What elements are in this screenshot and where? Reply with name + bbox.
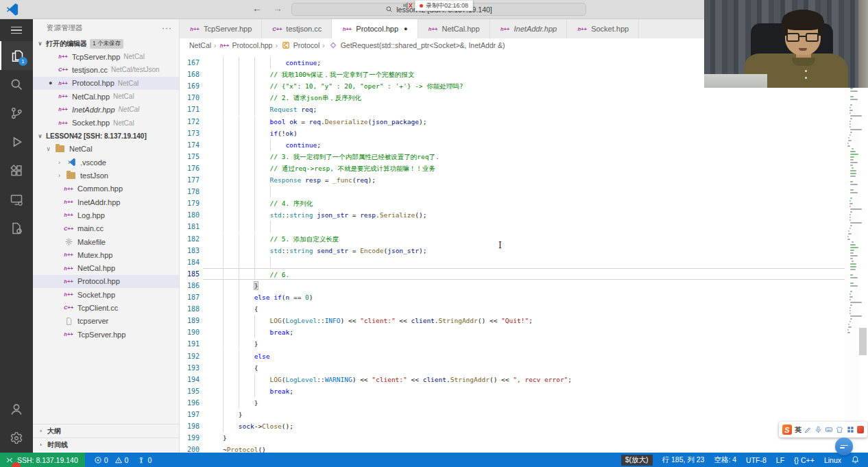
code-line[interactable]: ~Protocol() (203, 444, 845, 453)
open-editor-item[interactable]: h++Socket.hppNetCal (33, 116, 179, 129)
minimap[interactable] (845, 52, 860, 453)
tree-item[interactable]: h++Socket.hpp (33, 288, 179, 301)
breadcrumb-segment[interactable]: NetCal (189, 41, 211, 49)
tree-item[interactable]: h++InetAddr.hpp (33, 195, 179, 208)
tab-TcpServer.hpp[interactable]: h++TcpServer.hpp (180, 19, 262, 38)
activity-item-search[interactable] (0, 70, 33, 99)
forward-button[interactable]: → (273, 3, 282, 14)
open-editors-section-header[interactable]: ∨ 打开的编辑器 1 个未保存 (33, 37, 179, 50)
activity-item-menu[interactable] (0, 19, 33, 41)
tab-testjson.cc[interactable]: C++testjson.cc (262, 19, 332, 38)
code-line[interactable]: std::string send_str = Encode(json_str); (203, 245, 845, 256)
activity-item-extensions[interactable] (0, 156, 33, 185)
shirt-skin-icon[interactable] (836, 426, 843, 434)
activity-item-remote-explorer[interactable] (0, 185, 33, 214)
breadcrumb-segment[interactable]: GetRequest(std::shared_ptr<Socket>&, Ine… (328, 41, 505, 49)
code-line[interactable]: { (203, 303, 845, 315)
tree-item[interactable]: Makefile (33, 235, 179, 248)
workspace-section-header[interactable]: ∨ LESSON42 [SSH: 8.137.19.140] (33, 130, 179, 143)
activity-item-explorer[interactable]: 1 (0, 41, 33, 70)
tree-item[interactable]: ›.vscode (33, 156, 179, 169)
code-line[interactable]: } (203, 338, 845, 350)
code-line[interactable]: } (203, 397, 845, 409)
open-editor-item[interactable]: ●h++Protocol.hppNetCal (33, 77, 179, 90)
code-line[interactable]: // 5. 添加自定义长度 (203, 233, 845, 245)
tree-item[interactable]: ∨NetCal (33, 143, 179, 156)
code-line[interactable]: break; (203, 326, 845, 338)
code-line[interactable]: // 6. (203, 268, 845, 280)
tab-InetAddr.hpp[interactable]: h++InetAddr.hpp (490, 19, 568, 38)
tree-item[interactable]: tcpserver (33, 315, 179, 328)
code-line[interactable] (203, 221, 845, 232)
sogou-extra-icon[interactable] (857, 426, 864, 433)
sidebar-more-actions-button[interactable]: ··· (162, 23, 172, 33)
tree-item[interactable]: h++Mutex.hpp (33, 248, 179, 261)
code-line[interactable] (203, 256, 845, 268)
status-item[interactable]: 空格: 4 (714, 455, 736, 465)
open-editor-item[interactable]: h++NetCal.hppNetCal (33, 90, 179, 103)
open-editor-item[interactable]: C++testjson.ccNetCal/testJson (33, 63, 179, 76)
pen-icon[interactable] (804, 426, 812, 434)
tree-item[interactable]: C++TcpClient.cc (33, 301, 179, 314)
code-line[interactable]: LOG(LogLevel::INFO) << "client:" << clie… (203, 315, 845, 326)
breadcrumb-segment[interactable]: Protocol (280, 41, 320, 49)
code-line[interactable]: Response resp = _func(req); (203, 174, 845, 186)
status-item[interactable]: 行 185, 列 23 (662, 455, 705, 465)
code-line[interactable]: // 4. 序列化 (203, 197, 845, 209)
tree-item[interactable]: h++Common.hpp (33, 182, 179, 195)
code-line[interactable]: bool ok = req.Deserialize(json_package); (203, 116, 845, 128)
activity-item-source-control[interactable] (0, 99, 33, 128)
chat-bubble-button[interactable] (835, 438, 853, 455)
activity-item-account[interactable] (0, 395, 33, 424)
line-number-gutter[interactable]: 1671681691701711721731741751761771781791… (180, 52, 203, 453)
code-line[interactable]: sock->Close(); (203, 420, 845, 432)
problems-indicator[interactable]: 0 0 (94, 456, 129, 464)
bell-icon[interactable] (851, 455, 860, 464)
tab-NetCal.hpp[interactable]: h++NetCal.hpp (418, 19, 490, 38)
code-line[interactable]: } (203, 432, 845, 444)
status-item[interactable]: $(放大) (621, 455, 653, 466)
ports-indicator[interactable]: 0 (137, 456, 152, 464)
code-line[interactable]: } (203, 409, 845, 420)
code-line[interactable]: if(!ok) (203, 128, 845, 139)
code-editor[interactable]: continue; // 我敢100%保证，我一定拿到了一个完整的报文 // {… (203, 52, 845, 453)
tree-item[interactable]: h++Protocol.hpp (33, 275, 179, 288)
mute-speaker-icon[interactable] (402, 1, 413, 10)
tree-item[interactable]: ›testJson (33, 169, 179, 182)
code-line[interactable] (203, 186, 845, 197)
sidebar-section-大纲[interactable]: ›大纲 (33, 424, 179, 438)
tree-item[interactable]: h++TcpServer.hpp (33, 328, 179, 341)
back-button[interactable]: ← (252, 3, 262, 14)
code-line[interactable]: Request req; (203, 104, 845, 115)
ime-language-toggle[interactable]: 英 (795, 425, 801, 435)
open-editor-item[interactable]: h++InetAddr.hppNetCal (33, 103, 179, 116)
open-editor-item[interactable]: h++TcpServer.hppNetCal (33, 50, 179, 63)
code-line[interactable]: } (203, 280, 845, 291)
code-line[interactable]: // 通过req->resp, 不就是要完成计算功能嘛！！业务 (203, 163, 845, 174)
tab-Protocol.hpp[interactable]: h++Protocol.hpp● (332, 19, 418, 38)
sidebar-section-时间线[interactable]: ›时间线 (33, 438, 179, 451)
code-line[interactable]: continue; (203, 139, 845, 151)
keyboard-icon[interactable] (825, 426, 833, 434)
code-line[interactable]: // 3. 我一定得到了一个内部属性已经被设置了的req了. (203, 151, 845, 163)
vertical-scrollbar-thumb[interactable] (859, 328, 867, 355)
activity-item-run-debug[interactable] (0, 128, 33, 156)
status-item[interactable]: UTF-8 (746, 456, 767, 464)
tree-item[interactable]: h++NetCal.hpp (33, 261, 179, 274)
grid-menu-icon[interactable] (847, 426, 854, 434)
status-item[interactable]: Linux (824, 456, 841, 464)
code-line[interactable]: else (203, 350, 845, 362)
code-line[interactable]: // 2. 请求json串，反序列化 (203, 92, 845, 104)
code-line[interactable]: break; (203, 385, 845, 397)
code-line[interactable]: else if(n == 0) (203, 291, 845, 303)
tab-Socket.hpp[interactable]: h++Socket.hpp (567, 19, 639, 38)
status-item[interactable]: {} C++ (794, 456, 815, 464)
tree-item[interactable]: C++main.cc (33, 222, 179, 235)
microphone-icon[interactable] (815, 426, 822, 434)
code-line[interactable]: std::string json_str = resp.Serialize(); (203, 209, 845, 221)
sogou-logo-icon[interactable]: S (782, 424, 792, 435)
status-item[interactable]: LF (776, 456, 784, 464)
tree-item[interactable]: h++Log.hpp (33, 208, 179, 221)
breadcrumb-segment[interactable]: h++Protocol.hpp (219, 41, 272, 49)
activity-item-settings[interactable] (0, 424, 33, 453)
